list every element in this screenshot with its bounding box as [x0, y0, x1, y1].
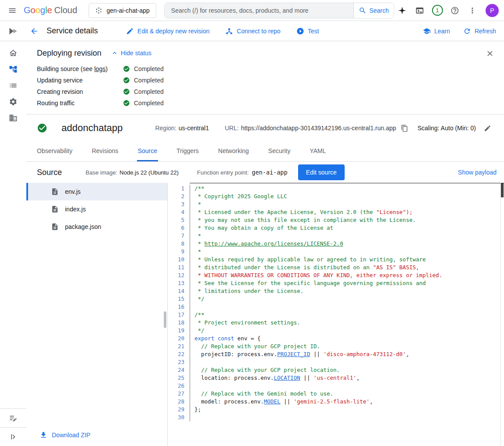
test-button[interactable]: Test: [296, 27, 319, 35]
nav-jobs-button[interactable]: [0, 77, 26, 93]
line-number: 24: [168, 366, 184, 374]
nav-home-button[interactable]: [0, 45, 26, 61]
check-circle-icon: [123, 88, 130, 95]
search-button-label: Search: [369, 7, 389, 14]
file-list-scrollbar[interactable]: [164, 311, 166, 328]
line-number: 28: [168, 398, 184, 406]
repo-icon: [225, 27, 233, 35]
line-number: 7: [168, 232, 184, 240]
kebab-menu-icon: [468, 6, 477, 15]
release-notes-button[interactable]: [0, 408, 26, 427]
deploy-step-label: Building source (see logs): [37, 65, 123, 73]
help-button[interactable]: [447, 3, 463, 18]
line-number: 17: [168, 311, 184, 319]
search-bar: Search: [164, 3, 394, 18]
deploy-panel-header: Deploying revision Hide status: [37, 46, 493, 60]
terminal-icon: [415, 6, 424, 15]
show-payload-link[interactable]: Show payload: [458, 169, 497, 176]
search-icon: [359, 7, 367, 14]
code-line: *: [194, 200, 497, 208]
tab-observability[interactable]: Observability: [36, 142, 73, 161]
line-number: 2: [168, 193, 184, 200]
project-picker[interactable]: gen-ai-chat-app: [89, 3, 156, 18]
edit-source-button[interactable]: Edit source: [298, 164, 345, 180]
search-input[interactable]: [165, 3, 353, 18]
tab-revisions[interactable]: Revisions: [91, 142, 119, 161]
cloud-wordmark: Cloud: [54, 5, 77, 15]
copy-url-button[interactable]: [398, 122, 410, 134]
url-label: URL:: [225, 125, 239, 132]
line-number: 27: [168, 390, 184, 398]
edit-scaling-button[interactable]: [481, 122, 493, 134]
deploy-panel-title: Deploying revision: [37, 49, 101, 58]
file-item-package.json[interactable]: package.json: [26, 218, 167, 235]
download-icon: [40, 431, 47, 439]
base-image-group: Base image: Node.js 22 (Ubuntu 22): [86, 169, 179, 176]
code-line: projectID: process.env.PROJECT_ID || 'di…: [194, 350, 497, 358]
tab-security[interactable]: Security: [267, 142, 292, 161]
learn-button[interactable]: Learn: [423, 27, 450, 35]
collapse-nav-icon: [9, 432, 18, 441]
edit-deploy-label: Edit & deploy new revision: [137, 28, 209, 35]
back-button[interactable]: [26, 23, 42, 39]
source-title: Source: [37, 168, 62, 177]
connect-repo-button[interactable]: Connect to repo: [225, 27, 281, 35]
edit-deploy-button[interactable]: Edit & deploy new revision: [126, 27, 209, 35]
tab-networking[interactable]: Networking: [217, 142, 250, 161]
account-avatar[interactable]: P: [486, 4, 499, 17]
play-circle-icon: [296, 27, 304, 35]
deploy-step-status: Completed: [123, 88, 164, 96]
cloud-run-icon: [8, 26, 18, 36]
editor-scrollbar[interactable]: [500, 183, 504, 446]
nav-organization-button[interactable]: [0, 110, 26, 126]
line-number: 26: [168, 382, 184, 390]
file-icon: [51, 223, 59, 231]
nav-integrations-button[interactable]: [0, 93, 26, 110]
code-line: * Copyright 2025 Google LLC: [194, 193, 497, 200]
google-cloud-logo: Google Cloud: [24, 5, 77, 15]
notifications-button[interactable]: 1: [429, 3, 445, 18]
line-number: 14: [168, 287, 184, 295]
code-line: */: [194, 295, 497, 303]
tab-bar: ObservabilityRevisionsSourceTriggersNetw…: [26, 142, 504, 162]
line-number: 15: [168, 295, 184, 303]
file-item-env.js[interactable]: env.js: [26, 183, 167, 200]
nav-services-button[interactable]: [0, 61, 26, 77]
code-editor[interactable]: 1234567891011121314151617181920212223242…: [168, 183, 504, 446]
logs-link[interactable]: logs: [94, 65, 106, 72]
code-line: /**: [194, 185, 497, 193]
line-number: 20: [168, 335, 184, 343]
file-icon: [51, 188, 59, 196]
refresh-icon: [463, 27, 471, 35]
download-zip-button[interactable]: Download ZIP: [26, 425, 167, 446]
hide-status-button[interactable]: Hide status: [111, 50, 151, 57]
search-button[interactable]: Search: [353, 3, 394, 18]
service-url-group: URL: https://addonchatapp-301439142196.u…: [225, 122, 410, 134]
entry-point-label: Function entry point:: [197, 169, 249, 176]
cloud-run-logo: [0, 26, 26, 36]
editor-scrollbar-thumb[interactable]: [501, 183, 504, 197]
collapse-nav-button[interactable]: [0, 427, 26, 446]
file-item-index.js[interactable]: index.js: [26, 200, 167, 218]
toolbar-actions: Edit & deploy new revision Connect to re…: [126, 27, 319, 35]
region-value: us-central1: [179, 125, 209, 132]
line-number: 23: [168, 358, 184, 366]
line-number: 10: [168, 256, 184, 264]
line-number: 21: [168, 343, 184, 350]
deploy-steps: Building source (see logs)CompletedUpdat…: [37, 65, 493, 107]
refresh-button[interactable]: Refresh: [463, 27, 496, 35]
services-icon: [9, 65, 18, 74]
close-panel-button[interactable]: [482, 46, 498, 61]
tab-triggers[interactable]: Triggers: [176, 142, 200, 161]
more-options-button[interactable]: [464, 3, 480, 18]
code-line: [194, 382, 497, 390]
gemini-button[interactable]: [394, 3, 410, 18]
line-number: 9: [168, 248, 184, 256]
tab-yaml[interactable]: YAML: [309, 142, 327, 161]
tab-source[interactable]: Source: [137, 142, 158, 161]
code-line: * See the License for the specific langu…: [194, 279, 497, 287]
base-image-label: Base image:: [86, 169, 117, 176]
main-menu-button[interactable]: [4, 3, 20, 18]
cloud-shell-button[interactable]: [412, 3, 428, 18]
code-line: * limitations under the License.: [194, 287, 497, 295]
